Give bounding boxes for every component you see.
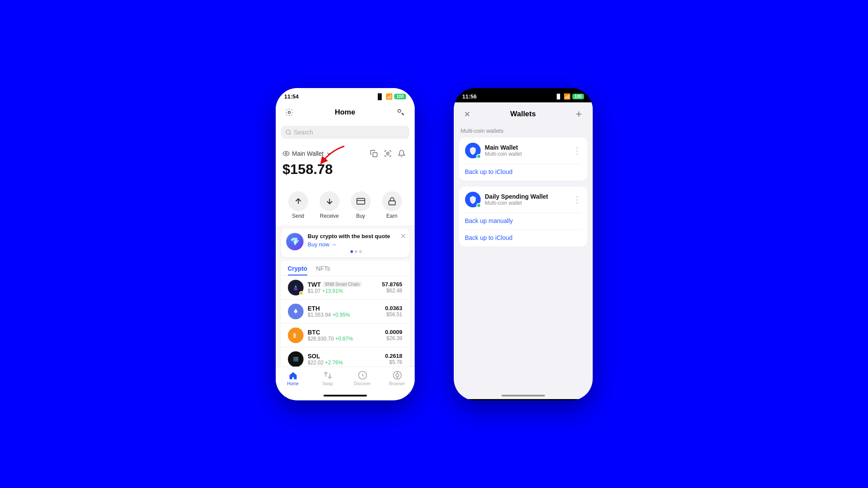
wallets-page-title: Wallets: [510, 110, 536, 118]
list-item[interactable]: ₿ BTC $26,930.70 +0.87% 0.0009 $26.39: [281, 323, 409, 347]
wifi-icon-2: 📶: [564, 93, 571, 100]
svg-point-0: [288, 111, 290, 113]
svg-rect-10: [389, 201, 395, 205]
promo-dots: [308, 250, 404, 253]
nav-discover[interactable]: Discover: [345, 370, 380, 386]
home-indicator-2: [454, 392, 593, 399]
phone-home-screen: 11:54 ▐▌ 📶 100 Home: [276, 88, 415, 400]
buy-button[interactable]: Buy: [345, 191, 376, 219]
btc-info: BTC $26,930.70 +0.87%: [308, 329, 381, 342]
signal-icon-2: ▐▌: [555, 94, 562, 99]
list-item[interactable]: TWT BNB Smart Chain $1.07 +13.91% 57.876…: [281, 275, 409, 299]
chain-dot: [299, 291, 304, 295]
status-icons-1: ▐▌ 📶 100: [376, 93, 406, 100]
buy-label: Buy: [356, 213, 365, 219]
bell-icon[interactable]: [396, 147, 408, 160]
receive-button[interactable]: Receive: [314, 191, 345, 219]
btc-icon: ₿: [288, 328, 304, 343]
status-bar-2: 11:56 ▐▌ 📶 100: [454, 88, 593, 102]
nav-swap-label: Swap: [322, 381, 333, 386]
copy-icon[interactable]: [368, 147, 380, 160]
svg-point-2: [286, 130, 290, 134]
twt-amounts: 57.8765 $62.48: [382, 281, 403, 294]
backup-manually-link[interactable]: Back up manually: [459, 213, 587, 229]
key-icon[interactable]: [394, 106, 407, 119]
main-wallet-item[interactable]: Main Wallet Multi-coin wallet ⋮: [459, 138, 587, 164]
status-icons-2: ▐▌ 📶 100: [555, 93, 584, 100]
dot-1: [350, 250, 353, 253]
list-item[interactable]: SOL $22.02 +2.76% 0.2618 $5.76: [281, 347, 409, 367]
nav-discover-label: Discover: [354, 381, 371, 386]
svg-text:₿: ₿: [293, 332, 296, 338]
phone-wallets-screen: 11:56 ▐▌ 📶 100 Wallets: [454, 88, 593, 400]
promo-link[interactable]: Buy now →: [308, 241, 404, 248]
section-label-multi-coin: Multi-coin wallets: [454, 125, 593, 136]
wallet-section: Main Wallet: [276, 143, 415, 186]
nav-home[interactable]: Home: [276, 370, 310, 386]
main-wallet-card: Main Wallet Multi-coin wallet ⋮ Back up …: [459, 138, 587, 180]
dot-2: [355, 250, 357, 253]
wallet-label-row: Main Wallet: [283, 147, 408, 160]
red-arrow-annotation: [318, 142, 353, 168]
btc-amounts: 0.0009 $26.39: [385, 329, 403, 341]
scan-icon[interactable]: [382, 147, 394, 160]
svg-rect-18: [293, 357, 298, 358]
main-wallet-info: Main Wallet Multi-coin wallet: [485, 144, 568, 157]
settings-icon[interactable]: [283, 106, 296, 119]
home-screen-content: Home Search: [276, 102, 415, 399]
search-bar: Search: [276, 123, 415, 143]
tab-nfts[interactable]: NFTs: [316, 261, 330, 275]
promo-text: Buy crypto with the best quote Buy now →: [308, 233, 404, 253]
svg-point-1: [398, 109, 401, 112]
svg-rect-8: [356, 198, 364, 204]
list-item[interactable]: ETH $1,553.94 +0.95% 0.0363 $56.51: [281, 299, 409, 323]
backup-icloud-link-2[interactable]: Back up to iCloud: [459, 230, 587, 246]
promo-icon: 💎: [286, 233, 304, 250]
page-title: Home: [335, 108, 355, 117]
send-button[interactable]: Send: [283, 191, 314, 219]
receive-icon: [320, 191, 340, 211]
earn-label: Earn: [386, 213, 397, 219]
add-wallet-button[interactable]: [572, 108, 585, 121]
promo-close-button[interactable]: ✕: [400, 232, 406, 240]
daily-wallet-more-button[interactable]: ⋮: [573, 194, 581, 205]
daily-wallet-item[interactable]: Daily Spending Wallet Multi-coin wallet …: [459, 187, 587, 213]
twt-icon: [288, 280, 304, 295]
nav-browser-label: Browser: [389, 381, 405, 386]
sol-icon: [288, 351, 304, 367]
battery-1: 100: [394, 94, 406, 99]
send-icon: [288, 191, 308, 211]
tab-crypto[interactable]: Crypto: [288, 261, 307, 275]
twt-info: TWT BNB Smart Chain $1.07 +13.91%: [308, 281, 378, 294]
green-dot: [476, 154, 481, 159]
nav-browser[interactable]: Browser: [380, 370, 415, 386]
search-input-wrap[interactable]: Search: [281, 126, 409, 139]
nav-swap[interactable]: Swap: [310, 370, 345, 386]
home-indicator: [276, 392, 415, 399]
dot-3: [359, 250, 362, 253]
backup-icloud-link-1[interactable]: Back up to iCloud: [459, 164, 587, 180]
time-1: 11:54: [284, 93, 299, 100]
earn-icon: [382, 191, 402, 211]
receive-label: Receive: [320, 213, 339, 219]
promo-title: Buy crypto with the best quote: [308, 233, 404, 239]
eth-icon: [288, 304, 304, 319]
search-placeholder: Search: [294, 129, 313, 136]
asset-tabs: Crypto NFTs: [281, 261, 409, 275]
wallets-header: Wallets: [454, 102, 593, 125]
buy-icon: [351, 191, 371, 211]
close-button[interactable]: [461, 108, 474, 121]
quick-actions: Send Receive Buy: [276, 186, 415, 225]
svg-rect-20: [293, 360, 298, 361]
main-wallet-icon: [465, 143, 481, 158]
wallet-actions-icons: [368, 147, 408, 160]
daily-wallet-info: Daily Spending Wallet Multi-coin wallet: [485, 193, 568, 206]
svg-rect-19: [293, 359, 298, 360]
crypto-list: TWT BNB Smart Chain $1.07 +13.91% 57.876…: [281, 275, 409, 367]
eye-icon: [283, 150, 290, 157]
wallets-spacer: [454, 248, 593, 392]
svg-point-3: [285, 153, 287, 154]
green-dot-2: [476, 203, 481, 208]
earn-button[interactable]: Earn: [376, 191, 408, 219]
main-wallet-more-button[interactable]: ⋮: [573, 145, 581, 156]
